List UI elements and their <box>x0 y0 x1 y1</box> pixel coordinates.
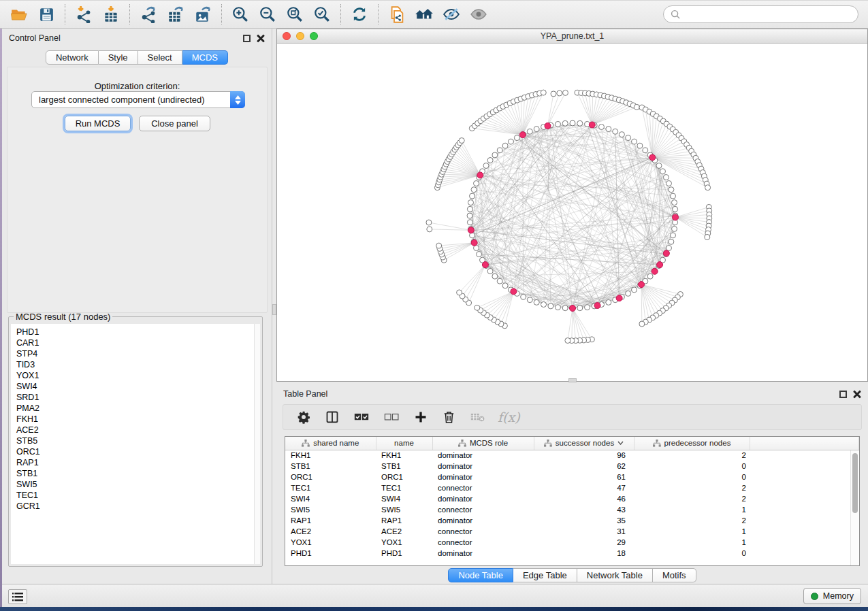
table-cell: RAP1 <box>376 515 432 526</box>
import-table-button[interactable] <box>97 3 125 26</box>
refresh-button[interactable] <box>346 3 373 26</box>
table-cell: 0 <box>634 548 750 559</box>
mcds-result-item[interactable]: FKH1 <box>11 414 260 425</box>
mcds-list-scrollbar[interactable] <box>254 324 260 564</box>
show-columns-button[interactable] <box>325 410 339 424</box>
zoom-selected-button[interactable] <box>308 3 336 26</box>
open-button[interactable] <box>5 3 33 26</box>
clone-network-button[interactable] <box>383 3 411 26</box>
table-cell: dominator <box>432 461 534 472</box>
export-image-button[interactable] <box>189 3 216 26</box>
deselect-all-button[interactable] <box>384 412 399 423</box>
table-row[interactable]: ACE2ACE2connector311 <box>285 526 859 537</box>
mcds-result-item[interactable]: TID3 <box>11 359 260 370</box>
table-row[interactable]: FKH1FKH1dominator962 <box>285 450 859 461</box>
sitemap-icon <box>544 440 552 447</box>
table-row[interactable]: SWI5SWI5connector431 <box>285 504 859 515</box>
main-toolbar <box>0 0 868 29</box>
run-mcds-button[interactable]: Run MCDS <box>65 116 131 131</box>
import-network-button[interactable] <box>70 3 97 26</box>
double-house-icon <box>414 5 434 23</box>
memory-button[interactable]: Memory <box>803 588 861 604</box>
delete-column-button[interactable] <box>443 410 455 424</box>
mcds-result-item[interactable]: PMA2 <box>11 403 260 414</box>
close-panel-icon[interactable] <box>853 390 861 398</box>
export-network-icon <box>140 5 157 23</box>
mcds-result-item[interactable]: ORC1 <box>11 446 260 457</box>
mcds-result-item[interactable]: YOX1 <box>11 370 260 381</box>
scrollbar-thumb[interactable] <box>852 453 858 513</box>
zoom-out-button[interactable] <box>254 3 281 26</box>
mcds-result-item[interactable]: SWI5 <box>11 479 260 490</box>
network-window-title: YPA_prune.txt_1 <box>277 31 867 41</box>
table-settings-button[interactable] <box>297 410 310 424</box>
save-button[interactable] <box>33 3 60 26</box>
close-panel-icon[interactable] <box>257 34 265 42</box>
tab-edge-table[interactable]: Edge Table <box>513 568 577 582</box>
mcds-result-item[interactable]: STP4 <box>11 348 260 359</box>
task-history-button[interactable] <box>8 589 27 604</box>
float-panel-icon[interactable] <box>243 35 251 42</box>
export-network-button[interactable] <box>135 3 162 26</box>
column-header-predecessor-nodes[interactable]: predecessor nodes <box>634 437 750 450</box>
mcds-result-item[interactable]: ACE2 <box>11 425 260 435</box>
float-panel-icon[interactable] <box>839 391 847 398</box>
table-row[interactable]: SWI4SWI4dominator462 <box>285 493 859 504</box>
mcds-result-list[interactable]: PHD1CAR1STP4TID3YOX1SWI4SRD1PMA2FKH1ACE2… <box>11 324 260 564</box>
table-row[interactable]: STB1STB1dominator620 <box>285 461 859 472</box>
table-cell: dominator <box>432 493 534 504</box>
mcds-result-item[interactable]: SRD1 <box>11 392 260 403</box>
mcds-result-item[interactable]: PHD1 <box>11 327 260 337</box>
mcds-result-item[interactable]: RAP1 <box>11 457 260 468</box>
column-header-shared-name[interactable]: shared name <box>285 437 376 450</box>
table-cell: FKH1 <box>285 450 376 461</box>
column-header-name[interactable]: name <box>376 437 432 450</box>
show-details-button[interactable] <box>465 3 492 26</box>
close-panel-button[interactable]: Close panel <box>139 116 210 131</box>
mcds-result-item[interactable]: STB5 <box>11 435 260 446</box>
mcds-result-item[interactable]: TEC1 <box>11 490 260 501</box>
column-header-mcds-role[interactable]: MCDS role <box>432 437 534 450</box>
table-row[interactable]: TEC1TEC1connector472 <box>285 482 859 493</box>
column-header-successor-nodes[interactable]: successor nodes <box>534 437 634 450</box>
export-table-button[interactable] <box>162 3 189 26</box>
table-row[interactable]: YOX1YOX1connector291 <box>285 537 859 548</box>
network-graph[interactable] <box>277 44 867 381</box>
mcds-result-item[interactable]: CAR1 <box>11 337 260 348</box>
tab-network-table[interactable]: Network Table <box>577 568 653 582</box>
table-cell: dominator <box>432 548 534 559</box>
zoom-fit-button[interactable] <box>281 3 308 26</box>
search-field[interactable] <box>663 5 858 23</box>
tab-motifs[interactable]: Motifs <box>653 568 696 582</box>
criterion-dropdown[interactable]: largest connected component (undirected) <box>31 91 245 108</box>
tab-network[interactable]: Network <box>46 50 99 65</box>
search-input[interactable] <box>685 9 851 20</box>
network-canvas[interactable] <box>277 44 867 381</box>
double-house-button[interactable] <box>411 3 438 26</box>
show-details-icon <box>469 5 488 23</box>
table-cell <box>750 461 859 472</box>
mcds-result-item[interactable]: STB1 <box>11 468 260 479</box>
add-column-button[interactable] <box>414 410 428 424</box>
toolbar-separator <box>129 4 130 24</box>
zoom-in-button[interactable] <box>227 3 254 26</box>
refresh-icon <box>351 5 368 23</box>
table-row[interactable]: PHD1PHD1dominator180 <box>285 548 859 559</box>
tab-node-table[interactable]: Node Table <box>448 568 513 582</box>
tab-style[interactable]: Style <box>99 50 138 65</box>
network-window-titlebar[interactable]: YPA_prune.txt_1 <box>277 29 867 44</box>
hide-details-button[interactable] <box>438 3 465 26</box>
table-cell: 2 <box>634 482 750 493</box>
select-all-button[interactable] <box>354 412 369 423</box>
table-row[interactable]: ORC1ORC1dominator610 <box>285 472 859 482</box>
table-cell: 2 <box>634 515 750 526</box>
zoom-out-icon <box>259 5 276 23</box>
table-row[interactable]: RAP1RAP1dominator352 <box>285 515 859 526</box>
mcds-result-item[interactable]: GCR1 <box>11 501 260 512</box>
table-scrollbar[interactable] <box>850 450 858 565</box>
tab-mcds[interactable]: MCDS <box>182 50 228 65</box>
mcds-result-item[interactable]: SWI4 <box>11 381 260 392</box>
horizontal-splitter-grip[interactable] <box>568 378 577 382</box>
table-cell: YOX1 <box>376 537 432 548</box>
tab-select[interactable]: Select <box>138 50 182 65</box>
